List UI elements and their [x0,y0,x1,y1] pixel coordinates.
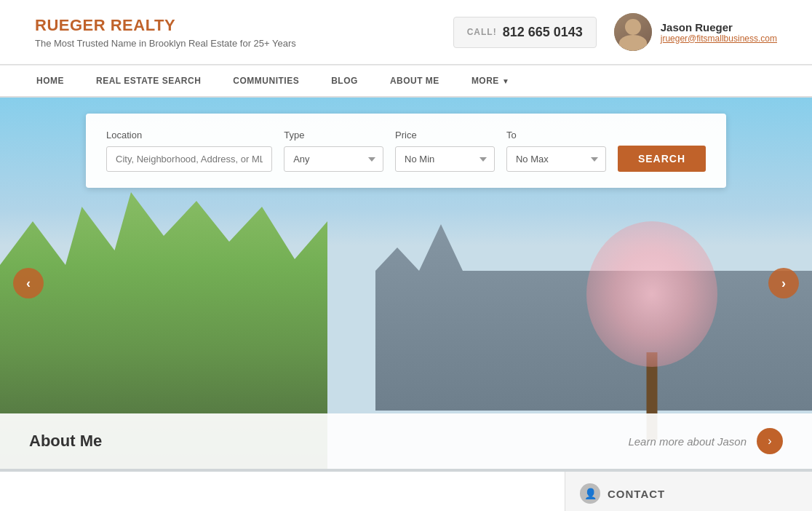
price-label: Price [395,130,495,140]
about-right: Learn more about Jason › [628,428,783,454]
bottom-section: 👤 CONTACT [0,469,812,511]
nav-item-real-estate-search[interactable]: REAL ESTATE SEARCH [80,66,217,96]
contact-header: 👤 CONTACT [565,472,812,511]
header: RUEGER REALTY The Most Trusted Name in B… [0,0,812,65]
price-select[interactable]: No Min [395,146,495,172]
call-box: CALL! 812 665 0143 [453,17,597,48]
about-arrow-button[interactable]: › [757,428,783,454]
price-field: Price No Min [395,130,495,172]
bottom-right: 👤 CONTACT [565,472,812,511]
bottom-left [0,472,565,511]
hero-flower-tree [579,221,725,440]
nav-item-about-me[interactable]: ABOUT ME [374,66,455,96]
phone-number: 812 665 0143 [503,25,583,40]
location-label: Location [106,130,272,140]
avatar [614,13,652,51]
agent-info: Jason Rueger jrueger@fitsmallbusiness.co… [614,13,777,51]
type-field: Type Any [284,130,383,172]
agent-email[interactable]: jrueger@fitsmallbusiness.com [661,33,777,44]
brand-tagline: The Most Trusted Name in Brooklyn Real E… [35,38,296,49]
about-banner: About Me Learn more about Jason › [0,413,812,469]
chevron-left-icon: ‹ [26,276,31,291]
brand: RUEGER REALTY The Most Trusted Name in B… [35,16,296,49]
location-field: Location [106,130,272,172]
contact-title: CONTACT [608,488,665,500]
nav-more-label: MORE [471,76,499,86]
to-select[interactable]: No Max [506,146,606,172]
header-right: CALL! 812 665 0143 Jason Rueger jrueger@… [453,13,777,51]
brand-name[interactable]: RUEGER REALTY [35,16,296,35]
agent-name: Jason Rueger [661,21,777,33]
contact-icon: 👤 [580,483,600,504]
nav-item-communities[interactable]: COMMUNITIES [217,66,315,96]
to-field: To No Max [506,130,606,172]
agent-text: Jason Rueger jrueger@fitsmallbusiness.co… [661,21,777,44]
about-title: About Me [29,432,102,451]
chevron-right-icon: › [781,276,786,291]
avatar-image [614,13,652,51]
person-icon: 👤 [584,488,597,499]
about-link-text: Learn more about Jason [628,435,747,448]
nav-item-home[interactable]: HOME [20,66,80,96]
search-box: Location Type Any Price No Min To No Max… [86,114,726,188]
carousel-prev-button[interactable]: ‹ [13,268,44,298]
nav-item-blog[interactable]: BLOG [315,66,374,96]
nav-bar: HOME REAL ESTATE SEARCH COMMUNITIES BLOG… [20,66,792,96]
to-label: To [506,130,606,140]
chevron-down-icon: ▼ [502,77,509,85]
carousel-next-button[interactable]: › [768,268,799,298]
nav-item-more[interactable]: MORE ▼ [455,66,525,96]
search-input[interactable] [106,146,272,172]
call-label: CALL! [467,27,497,37]
arrow-right-icon: › [768,435,771,448]
navigation: HOME REAL ESTATE SEARCH COMMUNITIES BLOG… [0,65,812,98]
type-label: Type [284,130,383,140]
type-select[interactable]: Any [284,146,383,172]
hero-section: Location Type Any Price No Min To No Max… [0,98,812,469]
search-button[interactable]: SEARCH [618,146,706,172]
